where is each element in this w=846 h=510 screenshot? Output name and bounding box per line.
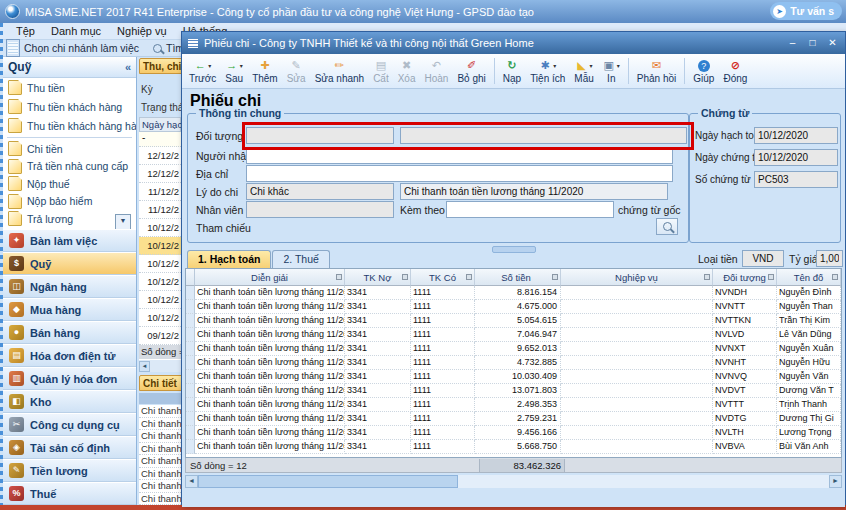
sidebar-shortcut[interactable]: Nộp thuế <box>3 175 136 193</box>
detail-row[interactable]: Chi thanh <box>139 430 181 443</box>
toolbar-button[interactable]: ✉Phản hồi <box>633 58 680 85</box>
detail-row[interactable]: Chi thanh <box>139 418 181 431</box>
pin-icon[interactable] <box>466 274 472 280</box>
detail-row[interactable]: Chi thanh <box>139 443 181 456</box>
pin-icon[interactable] <box>768 274 774 280</box>
horizontal-scrollbar[interactable] <box>185 475 842 488</box>
choose-branch-button[interactable]: Chọn chi nhánh làm việc <box>6 39 139 57</box>
kem-theo-input[interactable] <box>446 201 614 218</box>
dropdown-caret-icon[interactable]: ▾ <box>208 62 211 69</box>
menu-item[interactable]: Tệp <box>8 25 43 37</box>
toolbar-button[interactable]: ✏Sửa nhanh <box>311 58 369 85</box>
table-row[interactable]: Chi thanh toán tiền lương tháng 11/20233… <box>186 300 841 314</box>
loai-tien-input[interactable] <box>742 250 784 267</box>
column-header[interactable]: Diễn giải <box>195 269 345 286</box>
ly-do-chi-type-input[interactable] <box>246 183 394 200</box>
toolbar-button[interactable]: ←▾Trước <box>185 58 220 85</box>
ty-gia-input[interactable] <box>816 250 843 267</box>
table-row[interactable]: Chi thanh toán tiền lương tháng 11/20233… <box>186 314 841 328</box>
doi-tuong-name-input[interactable] <box>400 127 687 144</box>
dialog-tab[interactable]: 1. Hạch toán <box>187 250 271 269</box>
toolbar-button[interactable]: ✖Xóa <box>394 58 420 85</box>
column-header[interactable]: Số tiền <box>475 269 561 286</box>
sidebar-module[interactable]: ◫Ngân hàng <box>3 275 137 298</box>
column-header[interactable]: Đối tượng <box>713 269 777 286</box>
table-row[interactable]: Chi thanh toán tiền lương tháng 11/20233… <box>186 398 841 412</box>
detail-row[interactable]: Chi thanh <box>139 480 181 493</box>
menu-item[interactable]: Danh mục <box>43 25 109 37</box>
pin-icon[interactable] <box>336 274 342 280</box>
detail-row[interactable]: Chi thanh <box>139 468 181 481</box>
background-tab-thu-chi[interactable]: Thu, chi t <box>139 58 181 74</box>
sidebar-shortcut[interactable]: Chi tiền <box>3 140 136 158</box>
date-row[interactable]: 12/12/2 <box>139 165 181 183</box>
column-header[interactable]: TK Nợ <box>345 269 411 286</box>
background-filter-row[interactable]: - <box>139 132 181 147</box>
dropdown-caret-icon[interactable]: ▾ <box>590 62 593 69</box>
maximize-icon[interactable]: □ <box>805 36 820 50</box>
sidebar-module[interactable]: ✂Công cụ dụng cụ <box>3 413 137 436</box>
pin-icon[interactable] <box>552 274 558 280</box>
close-window-icon[interactable]: ✕ <box>825 36 840 50</box>
detail-row[interactable]: Chi thanh <box>139 455 181 468</box>
column-header[interactable]: Tên đố <box>777 269 841 286</box>
date-row[interactable]: 10/12/2 <box>139 273 181 291</box>
ly-do-chi-desc-input[interactable] <box>400 183 668 200</box>
detail-row[interactable]: Chi thanh <box>139 493 181 506</box>
toolbar-button[interactable]: ▣▾In <box>599 58 624 85</box>
date-row[interactable]: 10/12/2 <box>139 309 181 327</box>
dropdown-caret-icon[interactable]: ▾ <box>553 62 556 69</box>
scroll-left-icon[interactable] <box>185 475 198 488</box>
table-row[interactable]: Chi thanh toán tiền lương tháng 11/20233… <box>186 286 841 300</box>
tham-chieu-button[interactable] <box>656 218 678 235</box>
detail-row[interactable]: Chi thanh <box>139 405 181 418</box>
background-column-header[interactable]: Ngày hạch <box>139 117 181 132</box>
toolbar-button[interactable]: ✚Thêm <box>248 58 282 85</box>
nhan-vien-input[interactable] <box>246 201 394 218</box>
table-row[interactable]: Chi thanh toán tiền lương tháng 11/20233… <box>186 426 841 440</box>
background-tab-chi-tiet[interactable]: Chi tiết <box>139 375 181 391</box>
menu-item[interactable]: Nghiệp vụ <box>109 25 175 37</box>
sidebar-module[interactable]: ▥Quản lý hóa đơn <box>3 367 137 390</box>
pin-icon[interactable] <box>704 274 710 280</box>
scroll-right-icon[interactable] <box>829 475 842 488</box>
sidebar-module[interactable]: ▤Hóa đơn điện tử <box>3 344 137 367</box>
date-row[interactable]: 11/12/2 <box>139 183 181 201</box>
table-row[interactable]: Chi thanh toán tiền lương tháng 11/20233… <box>186 342 841 356</box>
dropdown-caret-icon[interactable]: ▾ <box>617 62 620 69</box>
toolbar-button[interactable]: ✱▾Tiện ích <box>526 58 569 85</box>
ngay-hach-toan-input[interactable] <box>754 127 838 144</box>
toolbar-button[interactable]: ⊘Đóng <box>719 58 751 85</box>
table-row[interactable]: Chi thanh toán tiền lương tháng 11/20233… <box>186 356 841 370</box>
date-row[interactable]: 11/12/2 <box>139 201 181 219</box>
dropdown-caret-icon[interactable]: ▾ <box>240 62 243 69</box>
scrollbar-track[interactable] <box>198 475 829 488</box>
toolbar-button[interactable]: ✎Sửa <box>283 58 310 85</box>
toolbar-button[interactable]: ◣▾Mẫu <box>570 58 597 85</box>
date-row[interactable]: 12/12/2 <box>139 147 181 165</box>
date-row[interactable]: 10/12/2 <box>139 255 181 273</box>
sidebar-module[interactable]: ✎Tiền lương <box>3 459 137 482</box>
table-row[interactable]: Chi thanh toán tiền lương tháng 11/20233… <box>186 440 841 454</box>
background-scrollbar[interactable] <box>139 360 181 372</box>
sidebar-module[interactable]: ●Bán hàng <box>3 321 137 344</box>
date-row[interactable]: 10/12/2 <box>139 237 181 255</box>
shortcut-dropdown-button[interactable] <box>115 214 131 230</box>
sidebar-shortcut[interactable]: Nộp bảo hiểm <box>3 193 136 211</box>
minimize-icon[interactable]: – <box>785 36 800 50</box>
sidebar-shortcut[interactable]: Thu tiền <box>3 78 136 97</box>
collapse-icon[interactable]: « <box>125 61 131 73</box>
toolbar-button[interactable]: ?Giúp <box>689 58 718 85</box>
sidebar-module[interactable]: ◆Mua hàng <box>3 298 137 321</box>
support-badge[interactable]: Tư vấn s <box>770 2 842 20</box>
sidebar-shortcut[interactable]: Thu tiền khách hàng <box>3 97 136 116</box>
toolbar-button[interactable]: ✐Bỏ ghi <box>453 58 489 85</box>
doi-tuong-code-input[interactable] <box>246 127 394 144</box>
table-row[interactable]: Chi thanh toán tiền lương tháng 11/20233… <box>186 328 841 342</box>
sidebar-module[interactable]: ◧Kho <box>3 390 137 413</box>
column-header[interactable]: TK Có <box>411 269 475 286</box>
collapse-handle[interactable] <box>492 246 536 253</box>
table-row[interactable]: Chi thanh toán tiền lương tháng 11/20233… <box>186 412 841 426</box>
sidebar-shortcut[interactable]: Trả tiền nhà cung cấp <box>3 158 136 176</box>
toolbar-button[interactable]: ▤Cất <box>369 58 393 85</box>
